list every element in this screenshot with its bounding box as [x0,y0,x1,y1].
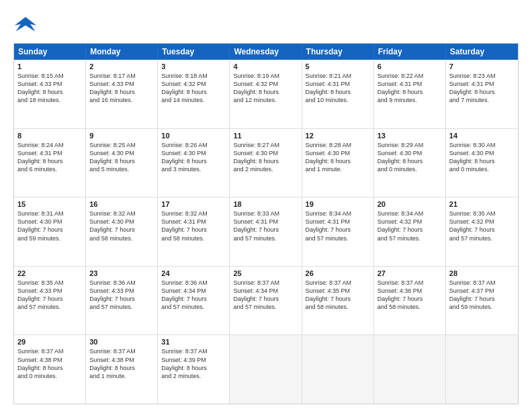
day-info: Sunrise: 8:29 AM Sunset: 4:30 PM Dayligh… [378,141,442,174]
day-info: Sunrise: 8:33 AM Sunset: 4:31 PM Dayligh… [233,210,298,242]
day-cell-8: 8Sunrise: 8:24 AM Sunset: 4:31 PM Daylig… [14,129,86,197]
day-cell-22: 22Sunrise: 8:35 AM Sunset: 4:33 PM Dayli… [14,267,86,335]
day-number: 12 [306,132,370,140]
day-number: 20 [378,200,442,208]
day-number: 26 [306,269,370,277]
day-cell-21: 21Sunrise: 8:35 AM Sunset: 4:32 PM Dayli… [446,197,518,266]
day-number: 9 [89,132,154,140]
col-header-sunday: Sunday [14,44,86,60]
logo-icon [13,12,38,36]
day-info: Sunrise: 8:25 AM Sunset: 4:30 PM Dayligh… [89,141,154,174]
day-info: Sunrise: 8:23 AM Sunset: 4:31 PM Dayligh… [449,72,515,105]
day-cell-28: 28Sunrise: 8:37 AM Sunset: 4:37 PM Dayli… [446,267,518,335]
day-info: Sunrise: 8:36 AM Sunset: 4:34 PM Dayligh… [161,279,226,312]
col-header-wednesday: Wednesday [230,44,302,60]
day-number: 27 [378,269,442,277]
day-info: Sunrise: 8:15 AM Sunset: 4:33 PM Dayligh… [17,72,82,105]
day-number: 6 [378,62,442,71]
calendar: SundayMondayTuesdayWednesdayThursdayFrid… [13,43,519,404]
day-info: Sunrise: 8:37 AM Sunset: 4:35 PM Dayligh… [306,279,370,312]
week-row-2: 8Sunrise: 8:24 AM Sunset: 4:31 PM Daylig… [14,129,518,198]
day-number: 16 [89,200,154,208]
day-cell-3: 3Sunrise: 8:18 AM Sunset: 4:32 PM Daylig… [158,60,230,128]
calendar-body: 1Sunrise: 8:15 AM Sunset: 4:33 PM Daylig… [14,60,518,404]
day-info: Sunrise: 8:17 AM Sunset: 4:33 PM Dayligh… [89,72,154,105]
day-info: Sunrise: 8:30 AM Sunset: 4:30 PM Dayligh… [449,141,515,174]
day-info: Sunrise: 8:36 AM Sunset: 4:33 PM Dayligh… [89,279,154,312]
day-info: Sunrise: 8:24 AM Sunset: 4:31 PM Dayligh… [17,141,82,174]
day-number: 19 [306,200,370,208]
day-cell-14: 14Sunrise: 8:30 AM Sunset: 4:30 PM Dayli… [446,129,518,197]
logo [13,12,40,36]
page: SundayMondayTuesdayWednesdayThursdayFrid… [0,0,532,411]
day-cell-empty [446,335,518,404]
day-cell-12: 12Sunrise: 8:28 AM Sunset: 4:30 PM Dayli… [302,129,374,197]
day-number: 4 [233,62,298,71]
week-row-5: 29Sunrise: 8:37 AM Sunset: 4:38 PM Dayli… [14,335,518,404]
day-number: 21 [449,200,515,208]
day-number: 17 [161,200,226,208]
day-number: 2 [89,62,154,71]
day-number: 1 [17,62,82,71]
day-cell-27: 27Sunrise: 8:37 AM Sunset: 4:36 PM Dayli… [374,267,446,335]
day-cell-19: 19Sunrise: 8:34 AM Sunset: 4:31 PM Dayli… [302,197,374,266]
day-info: Sunrise: 8:37 AM Sunset: 4:36 PM Dayligh… [378,279,442,312]
day-info: Sunrise: 8:37 AM Sunset: 4:38 PM Dayligh… [89,347,154,380]
day-cell-13: 13Sunrise: 8:29 AM Sunset: 4:30 PM Dayli… [374,129,446,197]
header [13,12,519,36]
col-header-saturday: Saturday [446,44,518,60]
week-row-1: 1Sunrise: 8:15 AM Sunset: 4:33 PM Daylig… [14,60,518,129]
day-info: Sunrise: 8:37 AM Sunset: 4:38 PM Dayligh… [17,347,82,380]
day-cell-6: 6Sunrise: 8:22 AM Sunset: 4:31 PM Daylig… [374,60,446,128]
day-cell-2: 2Sunrise: 8:17 AM Sunset: 4:33 PM Daylig… [86,60,158,128]
day-cell-20: 20Sunrise: 8:34 AM Sunset: 4:32 PM Dayli… [374,197,446,266]
week-row-4: 22Sunrise: 8:35 AM Sunset: 4:33 PM Dayli… [14,267,518,336]
day-info: Sunrise: 8:21 AM Sunset: 4:31 PM Dayligh… [306,72,370,105]
day-info: Sunrise: 8:37 AM Sunset: 4:39 PM Dayligh… [161,347,226,380]
day-cell-7: 7Sunrise: 8:23 AM Sunset: 4:31 PM Daylig… [446,60,518,128]
day-info: Sunrise: 8:37 AM Sunset: 4:37 PM Dayligh… [449,279,515,312]
day-cell-empty [230,335,302,404]
day-cell-5: 5Sunrise: 8:21 AM Sunset: 4:31 PM Daylig… [302,60,374,128]
day-number: 11 [233,132,298,140]
day-info: Sunrise: 8:22 AM Sunset: 4:31 PM Dayligh… [378,72,442,105]
day-info: Sunrise: 8:32 AM Sunset: 4:30 PM Dayligh… [89,210,154,242]
day-cell-empty [302,335,374,404]
day-cell-11: 11Sunrise: 8:27 AM Sunset: 4:30 PM Dayli… [230,129,302,197]
svg-marker-0 [15,17,36,32]
day-number: 8 [17,132,82,140]
day-number: 30 [89,338,154,346]
week-row-3: 15Sunrise: 8:31 AM Sunset: 4:30 PM Dayli… [14,197,518,267]
col-header-tuesday: Tuesday [158,44,230,60]
day-number: 18 [233,200,298,208]
day-info: Sunrise: 8:35 AM Sunset: 4:32 PM Dayligh… [449,210,515,242]
day-cell-1: 1Sunrise: 8:15 AM Sunset: 4:33 PM Daylig… [14,60,86,128]
day-number: 23 [89,269,154,277]
day-number: 7 [449,62,515,71]
day-info: Sunrise: 8:18 AM Sunset: 4:32 PM Dayligh… [161,72,226,105]
day-info: Sunrise: 8:26 AM Sunset: 4:30 PM Dayligh… [161,141,226,174]
day-cell-30: 30Sunrise: 8:37 AM Sunset: 4:38 PM Dayli… [86,335,158,404]
day-info: Sunrise: 8:32 AM Sunset: 4:31 PM Dayligh… [161,210,226,242]
day-cell-4: 4Sunrise: 8:19 AM Sunset: 4:32 PM Daylig… [230,60,302,128]
day-number: 24 [161,269,226,277]
day-info: Sunrise: 8:31 AM Sunset: 4:30 PM Dayligh… [17,210,82,242]
day-number: 22 [17,269,82,277]
day-cell-17: 17Sunrise: 8:32 AM Sunset: 4:31 PM Dayli… [158,197,230,266]
day-cell-24: 24Sunrise: 8:36 AM Sunset: 4:34 PM Dayli… [158,267,230,335]
calendar-header-row: SundayMondayTuesdayWednesdayThursdayFrid… [14,44,518,60]
day-number: 15 [17,200,82,208]
day-number: 3 [161,62,226,71]
day-info: Sunrise: 8:27 AM Sunset: 4:30 PM Dayligh… [233,141,298,174]
day-cell-23: 23Sunrise: 8:36 AM Sunset: 4:33 PM Dayli… [86,267,158,335]
day-cell-31: 31Sunrise: 8:37 AM Sunset: 4:39 PM Dayli… [158,335,230,404]
day-info: Sunrise: 8:34 AM Sunset: 4:32 PM Dayligh… [378,210,442,242]
day-info: Sunrise: 8:34 AM Sunset: 4:31 PM Dayligh… [306,210,370,242]
col-header-friday: Friday [374,44,446,60]
day-info: Sunrise: 8:35 AM Sunset: 4:33 PM Dayligh… [17,279,82,312]
day-number: 5 [306,62,370,71]
day-cell-16: 16Sunrise: 8:32 AM Sunset: 4:30 PM Dayli… [86,197,158,266]
day-cell-empty [374,335,446,404]
day-cell-10: 10Sunrise: 8:26 AM Sunset: 4:30 PM Dayli… [158,129,230,197]
col-header-monday: Monday [86,44,158,60]
